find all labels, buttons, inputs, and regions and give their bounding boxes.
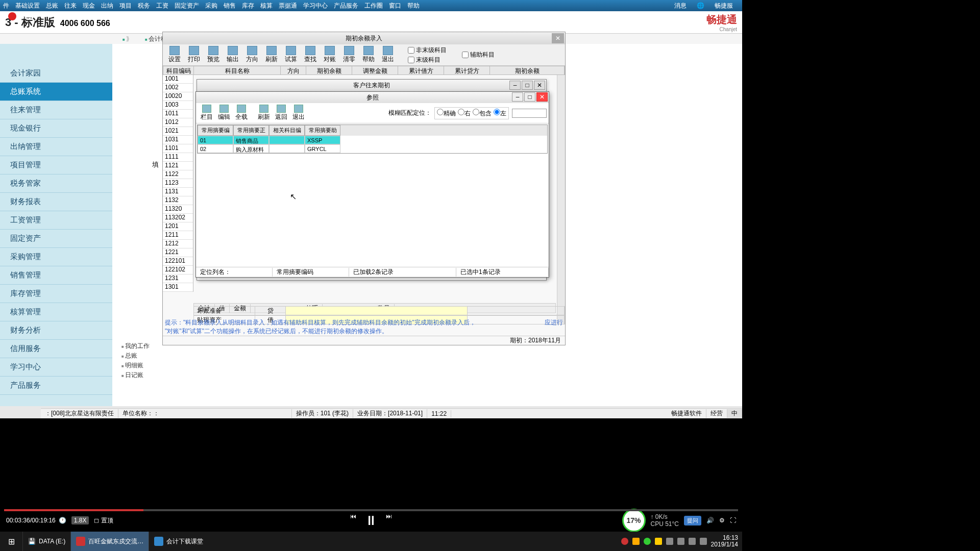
column-header[interactable]: 常用摘要编 <box>198 125 233 136</box>
column-header[interactable]: 相关科目编 <box>269 125 305 136</box>
play-pause-button[interactable]: ⏸ <box>364 513 378 529</box>
radio-exact[interactable]: 精确 <box>437 109 456 118</box>
menu-item[interactable]: 现金 <box>83 2 95 10</box>
column-header[interactable]: 累计借方 <box>398 66 444 74</box>
code-cell[interactable]: 1221 <box>163 248 193 257</box>
code-cell[interactable]: 1021 <box>163 127 193 136</box>
column-header[interactable]: 累计贷方 <box>444 66 490 74</box>
menu-item[interactable]: 销售 <box>224 2 236 10</box>
taskbar-item[interactable]: 💾DATA (E:) <box>22 532 70 551</box>
code-cell[interactable]: 1031 <box>163 136 193 144</box>
sidebar-item[interactable]: 会计家园 <box>0 64 112 83</box>
code-cell[interactable]: 1101 <box>163 144 193 153</box>
menu-item[interactable]: 出纳 <box>101 2 113 10</box>
column-header[interactable]: 方向 <box>281 66 306 74</box>
code-cell[interactable]: 1123 <box>163 179 193 188</box>
code-cell[interactable]: 1011 <box>163 110 193 118</box>
menu-item[interactable]: 项目 <box>119 2 132 10</box>
reconcile-button[interactable]: 对账 <box>320 46 339 64</box>
column-header[interactable]: 调整金额 <box>352 66 398 74</box>
code-cell[interactable]: 1121 <box>163 162 193 170</box>
close-button[interactable]: ✕ <box>552 33 564 43</box>
code-cell[interactable]: 1212 <box>163 240 193 248</box>
window-titlebar[interactable]: 期初余额录入 ✕ <box>163 32 565 44</box>
sidebar-item[interactable]: 现金银行 <box>0 119 112 138</box>
sidebar-item[interactable]: 往来管理 <box>0 101 112 119</box>
sidebar-item[interactable]: 学习中心 <box>0 358 112 377</box>
tray-icon[interactable] <box>644 538 651 545</box>
sidebar-item[interactable]: 销售管理 <box>0 266 112 285</box>
code-cell[interactable]: 1003 <box>163 101 193 110</box>
menu-item[interactable]: 核算 <box>260 2 273 10</box>
table-row[interactable]: 01 销售商品 XSSP <box>198 136 547 144</box>
menu-item[interactable]: 票据通 <box>279 2 297 10</box>
code-cell[interactable]: 10020 <box>163 92 193 101</box>
menu-item[interactable]: 总账 <box>46 2 58 10</box>
menu-item[interactable]: 学习中心 <box>303 2 328 10</box>
code-cell[interactable]: 1122 <box>163 170 193 179</box>
taskbar-item[interactable]: 会计下载课堂 <box>149 532 208 551</box>
radio-contains[interactable]: 包含 <box>473 109 492 118</box>
minimize-button[interactable]: – <box>509 81 521 90</box>
sidebar-item[interactable]: 总账系统 <box>0 83 112 101</box>
exit-button[interactable]: 退出 <box>290 105 307 121</box>
close-button[interactable]: ✕ <box>534 81 545 90</box>
column-header[interactable]: 科目编码 <box>163 66 194 74</box>
doc-tab[interactable]: 总账 <box>121 352 150 360</box>
close-button[interactable]: ✕ <box>536 92 548 102</box>
radio-right[interactable]: 右 <box>458 109 471 118</box>
table-row[interactable]: 坏账准备 贷 <box>193 306 565 315</box>
sidebar-item[interactable]: 库存管理 <box>0 285 112 303</box>
column-header[interactable]: 期初余额 <box>306 66 352 74</box>
exit-button[interactable]: 退出 <box>378 46 398 64</box>
menu-item[interactable]: 件 <box>3 2 9 10</box>
code-cell[interactable]: 1131 <box>163 188 193 196</box>
code-cell[interactable]: 11320 <box>163 205 193 214</box>
speed-badge[interactable]: 1.8X <box>71 516 89 524</box>
volume-icon[interactable]: 🔊 <box>706 517 714 524</box>
code-cell[interactable]: 1002 <box>163 84 193 92</box>
clear-button[interactable]: 清零 <box>339 46 359 64</box>
code-cell[interactable]: 1201 <box>163 222 193 231</box>
code-cell[interactable]: 1001 <box>163 75 193 84</box>
settings-icon[interactable]: ⚙ <box>719 517 725 524</box>
refresh-button[interactable]: 刷新 <box>262 46 281 64</box>
table-row[interactable]: 02 购入原材料 GRYCL <box>198 144 547 153</box>
print-button[interactable]: 打印 <box>184 46 204 64</box>
vertical-scrollbar[interactable] <box>557 75 565 324</box>
tray-icon[interactable] <box>621 538 628 545</box>
cell-editable[interactable] <box>286 307 468 315</box>
refresh-button[interactable]: 刷新 <box>255 105 273 121</box>
fullscreen-icon[interactable]: ⛶ <box>730 517 736 524</box>
expand-icon[interactable]: ⟫ <box>122 35 130 42</box>
edit-button[interactable]: 编辑 <box>215 105 233 121</box>
code-cell[interactable]: 122102 <box>163 266 193 274</box>
code-cell[interactable]: 1111 <box>163 153 193 162</box>
menu-item[interactable]: 产品服务 <box>334 2 358 10</box>
check-aux[interactable]: 辅助科目 <box>462 51 495 59</box>
check-nonleaf[interactable]: 非末级科目 <box>408 46 447 55</box>
taskbar-clock[interactable]: 16:13 2019/1/14 <box>711 535 738 548</box>
pin-toggle[interactable]: ◻置顶 <box>94 516 113 525</box>
next-button[interactable]: ⏭ <box>386 513 392 529</box>
column-header[interactable]: 常用摘要助 <box>305 125 340 136</box>
columns-button[interactable]: 栏目 <box>198 105 215 121</box>
sidebar-item[interactable]: 信用服务 <box>0 340 112 358</box>
sidebar-item[interactable]: 工资管理 <box>0 211 112 230</box>
volume-icon[interactable] <box>700 538 707 545</box>
ask-button[interactable]: 提问 <box>684 516 701 525</box>
sidebar-item[interactable]: 税务管家 <box>0 174 112 193</box>
search-input[interactable] <box>512 109 547 118</box>
doc-tab[interactable]: 我的工作 <box>121 342 150 350</box>
find-button[interactable]: 查找 <box>301 46 320 64</box>
column-header[interactable]: 科目名称 <box>194 66 281 74</box>
menu-item[interactable]: 工资 <box>156 2 168 10</box>
sidebar-item[interactable]: 采购管理 <box>0 248 112 266</box>
sidebar-item[interactable]: 固定资产 <box>0 230 112 248</box>
export-button[interactable]: 输出 <box>223 46 242 64</box>
help-button[interactable]: 帮助 <box>359 46 378 64</box>
menu-item[interactable]: 窗口 <box>389 2 401 10</box>
preview-button[interactable]: 预览 <box>204 46 223 64</box>
check-leaf[interactable]: 末级科目 <box>408 56 447 64</box>
start-button[interactable]: ⊞ <box>0 532 22 551</box>
